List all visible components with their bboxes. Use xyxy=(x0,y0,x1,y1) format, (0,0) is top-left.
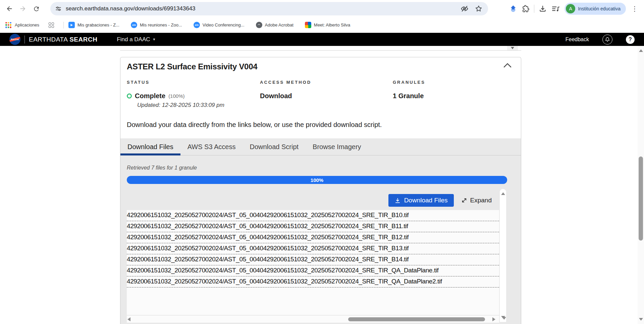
help-button[interactable]: ? xyxy=(626,35,635,44)
app-title[interactable]: EARTHDATA SEARCH xyxy=(29,36,97,43)
panel-tabs: Download Files AWS S3 Access Download Sc… xyxy=(120,138,521,155)
find-a-daac-dropdown[interactable]: Find a DAAC ▼ xyxy=(117,36,156,43)
toolbar-divider xyxy=(534,5,534,13)
file-link[interactable]: 4292006151032_20250527002024/AST_05_0040… xyxy=(127,210,499,221)
bookmark-label: Video Conferencing... xyxy=(203,22,245,27)
bell-icon xyxy=(605,37,610,42)
globe-icon: ◠ xyxy=(256,22,262,28)
feedback-link[interactable]: Feedback xyxy=(566,37,589,43)
bookmark-item[interactable]: zm Video Conferencing... xyxy=(194,22,245,28)
apps-label[interactable]: Aplicaciones xyxy=(15,22,39,27)
file-link[interactable]: 4292006151032_20250527002024/AST_05_0040… xyxy=(127,276,499,287)
file-list: 4292006151032_20250527002024/AST_05_0040… xyxy=(127,210,499,315)
downloads-icon[interactable] xyxy=(538,4,547,13)
collapse-chevron-icon[interactable] xyxy=(503,63,512,68)
progress-bar: 100% xyxy=(127,176,507,184)
profile-name: Institución educativa xyxy=(578,6,621,11)
brand-earthdata: EARTHDATA xyxy=(29,36,67,43)
zoom-icon: zm xyxy=(131,22,137,28)
tab-download-script[interactable]: Download Script xyxy=(243,138,306,155)
granules-column: GRANULES 1 Granule xyxy=(393,80,425,100)
status-updated: Updated: 12-28-2025 10:33:09 pm xyxy=(137,102,224,109)
tab-download-files[interactable]: Download Files xyxy=(120,138,180,155)
back-button[interactable] xyxy=(3,2,16,15)
scroll-down-icon xyxy=(511,47,514,49)
granules-label: GRANULES xyxy=(393,80,425,85)
meet-icon xyxy=(305,22,311,28)
previous-panel-scrollbar[interactable] xyxy=(507,46,518,50)
status-column: STATUS Complete (100%) xyxy=(127,80,184,100)
file-link[interactable]: 4292006151032_20250527002024/AST_05_0040… xyxy=(127,221,499,232)
profile-chip[interactable]: A Institución educativa xyxy=(565,3,626,15)
scroll-up-icon xyxy=(639,49,643,52)
notifications-button[interactable] xyxy=(602,35,612,45)
file-list-vertical-scrollbar[interactable] xyxy=(500,189,506,322)
find-a-daac-label: Find a DAAC xyxy=(117,36,150,43)
previous-panel-border xyxy=(120,50,521,51)
media-list-icon[interactable] xyxy=(551,4,560,13)
horizontal-scrollbar-thumb[interactable] xyxy=(348,317,485,321)
brand-divider xyxy=(24,36,25,44)
browser-menu-icon[interactable]: ⋮ xyxy=(630,5,639,13)
page-scrollbar-thumb[interactable] xyxy=(639,156,643,241)
retrieved-status-text: Retrieved 7 files for 1 granule xyxy=(127,165,197,171)
brand-search: SEARCH xyxy=(69,36,97,43)
file-link[interactable]: 4292006151032_20250527002024/AST_05_0040… xyxy=(127,265,499,276)
scroll-up-icon xyxy=(501,192,505,195)
nasa-logo[interactable]: NASA xyxy=(9,34,20,45)
site-settings-icon[interactable] xyxy=(55,5,62,12)
chevron-down-icon: ▼ xyxy=(153,38,156,41)
pinned-extension-icon[interactable] xyxy=(509,4,518,13)
access-method-label: ACCESS METHOD xyxy=(260,80,311,85)
scroll-left-icon xyxy=(127,317,130,321)
download-files-tab-content: Retrieved 7 files for 1 granule 100% Dow… xyxy=(120,155,521,324)
scroll-down-icon xyxy=(502,317,506,320)
file-link[interactable]: 4292006151032_20250527002024/AST_05_0040… xyxy=(127,243,499,254)
granules-value: 1 Granule xyxy=(393,92,424,100)
bookmark-item[interactable]: zm Mis reuniones - Zoo... xyxy=(131,22,182,28)
toolbar-right: A Institución educativa ⋮ xyxy=(509,0,644,17)
access-method-value: Download xyxy=(260,92,292,100)
download-icon xyxy=(394,197,401,204)
download-panel: ASTER L2 Surface Emissivity V004 STATUS … xyxy=(120,57,521,324)
page-scrollbar[interactable] xyxy=(638,46,644,324)
bookmark-item[interactable]: ▶ Mis grabaciones - Z... xyxy=(68,22,119,28)
status-complete-icon xyxy=(127,93,132,99)
download-files-button[interactable]: Download Files xyxy=(388,194,454,207)
address-bar[interactable]: search.earthdata.nasa.gov/downloads/6991… xyxy=(50,2,488,15)
panel-description: Download your data directly from the lin… xyxy=(127,121,382,129)
collection-title: ASTER L2 Surface Emissivity V004 xyxy=(127,62,257,71)
expand-button-label: Expand xyxy=(470,197,492,204)
file-link[interactable]: 4292006151032_20250527002024/AST_05_0040… xyxy=(127,254,499,265)
expand-icon xyxy=(461,197,467,203)
reload-button[interactable] xyxy=(30,2,43,15)
avatar: A xyxy=(566,4,575,13)
bookmark-star-icon[interactable] xyxy=(475,5,483,13)
bookmark-item[interactable]: Meet: Alberto Silva xyxy=(305,22,350,28)
scroll-right-icon xyxy=(492,317,495,321)
file-link[interactable]: 4292006151032_20250527002024/AST_05_0040… xyxy=(127,232,499,243)
expand-button[interactable]: Expand xyxy=(461,197,492,204)
bookmarks-bar: Aplicaciones ▶ Mis grabaciones - Z... zm… xyxy=(0,17,644,33)
tab-aws-s3-access[interactable]: AWS S3 Access xyxy=(180,138,243,155)
eye-hidden-icon[interactable] xyxy=(461,5,469,13)
bookmark-item[interactable]: ◠ Adobe Acrobat xyxy=(256,22,293,28)
bookmark-label: Adobe Acrobat xyxy=(265,22,293,27)
access-method-column: ACCESS METHOD Download xyxy=(260,80,311,100)
file-list-horizontal-scrollbar[interactable] xyxy=(127,316,499,323)
screen: search.earthdata.nasa.gov/downloads/6991… xyxy=(0,0,644,324)
extensions-puzzle-icon[interactable] xyxy=(522,5,530,13)
progress-percent: 100% xyxy=(311,177,323,183)
zoom-icon: zm xyxy=(194,22,200,28)
nasa-logo-text: NASA xyxy=(11,38,19,41)
forward-icon xyxy=(19,5,26,12)
bookmark-grid-icon[interactable] xyxy=(49,22,54,28)
forward-button[interactable] xyxy=(16,2,30,15)
video-camera-icon: ▶ xyxy=(68,22,75,28)
browser-toolbar: search.earthdata.nasa.gov/downloads/6991… xyxy=(0,0,644,17)
reload-icon xyxy=(33,5,40,12)
tab-browse-imagery[interactable]: Browse Imagery xyxy=(306,138,368,155)
back-icon xyxy=(6,5,13,12)
google-apps-icon[interactable] xyxy=(5,22,11,28)
url-text[interactable]: search.earthdata.nasa.gov/downloads/6991… xyxy=(66,5,461,12)
